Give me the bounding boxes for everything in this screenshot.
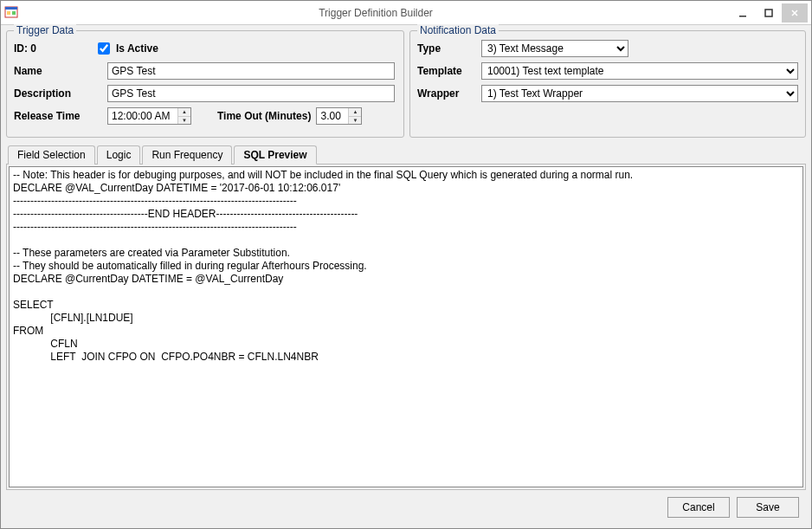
tabstrip: Field Selection Logic Run Frequency SQL … <box>6 145 806 165</box>
top-row: Trigger Data ID: 0 Is Active Name <box>6 30 806 138</box>
release-time-spinner[interactable]: ▲ ▼ <box>107 107 191 125</box>
tab-run-frequency[interactable]: Run Frequency <box>142 145 232 165</box>
svg-rect-4 <box>739 16 746 17</box>
wrapper-label: Wrapper <box>417 87 476 100</box>
description-input[interactable] <box>107 85 395 102</box>
tab-body: -- Note: This header is for debuging pur… <box>6 165 806 490</box>
cancel-button[interactable]: Cancel <box>667 497 730 518</box>
type-select[interactable]: 3) Text Message <box>481 40 628 57</box>
trigger-data-group: Trigger Data ID: 0 Is Active Name <box>6 30 404 138</box>
timeout-down[interactable]: ▼ <box>349 117 361 125</box>
window-title: Trigger Definition Builder <box>22 7 730 19</box>
release-time-up[interactable]: ▲ <box>178 108 190 117</box>
type-row: Type 3) Text Message <box>417 40 798 57</box>
type-label: Type <box>417 42 476 55</box>
minimize-button[interactable] <box>730 3 756 23</box>
svg-rect-5 <box>765 10 772 16</box>
titlebar: Trigger Definition Builder <box>1 1 811 25</box>
svg-rect-1 <box>5 7 17 10</box>
wrapper-select[interactable]: 1) Test Text Wrapper <box>481 85 798 102</box>
timeout-spinner[interactable]: ▲ ▼ <box>316 107 362 125</box>
release-time-down[interactable]: ▼ <box>178 117 190 125</box>
wrapper-row: Wrapper 1) Test Text Wrapper <box>417 85 798 102</box>
id-label: ID: 0 <box>14 42 36 55</box>
svg-rect-3 <box>12 11 16 15</box>
window-controls <box>730 3 808 23</box>
type-select-wrap: 3) Text Message <box>481 40 798 57</box>
timeout-label: Time Out (Minutes) <box>217 110 311 122</box>
description-row: Description <box>14 85 396 102</box>
name-label: Name <box>14 65 102 77</box>
timeout-input[interactable] <box>317 108 348 124</box>
template-select-wrap: 10001) Test text template <box>481 62 798 80</box>
footer: Cancel Save <box>6 490 806 523</box>
save-button[interactable]: Save <box>737 497 799 518</box>
app-icon <box>4 6 18 20</box>
tab-sql-preview[interactable]: SQL Preview <box>234 145 316 165</box>
tab-field-selection[interactable]: Field Selection <box>8 145 95 165</box>
release-time-row: Release Time ▲ ▼ Time Out (Minutes) ▲ <box>14 107 396 125</box>
svg-rect-2 <box>7 11 10 15</box>
app-window: Trigger Definition Builder Trigger Data … <box>0 0 812 529</box>
template-row: Template 10001) Test text template <box>417 62 798 80</box>
trigger-data-title: Trigger Data <box>14 24 76 36</box>
id-row: ID: 0 Is Active <box>14 40 396 57</box>
notification-data-title: Notification Data <box>417 24 499 36</box>
name-input[interactable] <box>107 62 395 80</box>
maximize-button[interactable] <box>756 3 782 23</box>
template-label: Template <box>417 65 476 77</box>
is-active-checkbox[interactable] <box>98 42 110 55</box>
timeout-up[interactable]: ▲ <box>349 108 361 117</box>
release-time-input[interactable] <box>108 108 177 124</box>
notification-data-group: Notification Data Type 3) Text Message T… <box>409 30 806 138</box>
name-row: Name <box>14 62 396 80</box>
description-label: Description <box>14 87 102 100</box>
tab-logic[interactable]: Logic <box>97 145 141 165</box>
content-area: Trigger Data ID: 0 Is Active Name <box>1 25 811 528</box>
wrapper-select-wrap: 1) Test Text Wrapper <box>481 85 798 102</box>
is-active-label: Is Active <box>116 42 158 55</box>
release-time-label: Release Time <box>14 110 102 122</box>
template-select[interactable]: 10001) Test text template <box>481 62 798 80</box>
sql-preview-text[interactable]: -- Note: This header is for debuging pur… <box>9 166 803 487</box>
close-button[interactable] <box>782 3 808 23</box>
is-active-checkbox-wrap[interactable]: Is Active <box>94 40 158 57</box>
